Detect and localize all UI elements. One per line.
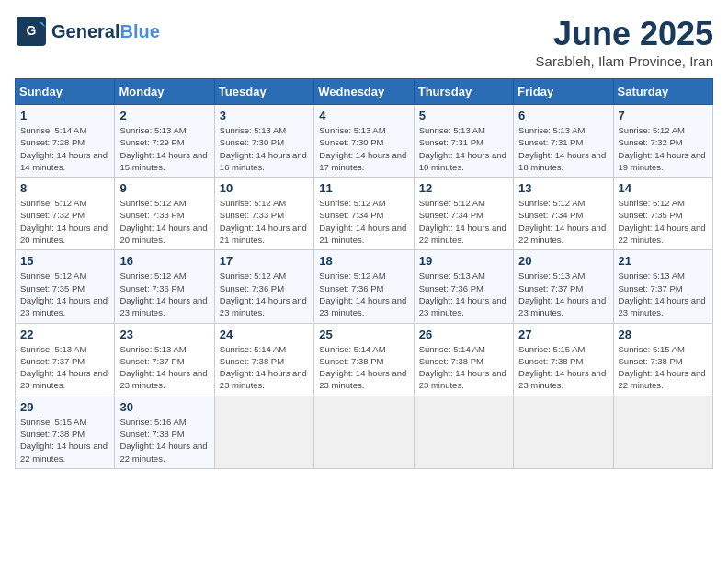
day-30: 30 Sunrise: 5:16 AMSunset: 7:38 PMDaylig… (115, 396, 214, 468)
empty-cell-4 (514, 396, 613, 468)
day-29: 29 Sunrise: 5:15 AMSunset: 7:38 PMDaylig… (16, 396, 115, 468)
calendar-week-5: 29 Sunrise: 5:15 AMSunset: 7:38 PMDaylig… (16, 396, 713, 468)
page-header: G GeneralBlue June 2025 Sarableh, Ilam P… (15, 15, 713, 69)
day-21: 21 Sunrise: 5:13 AMSunset: 7:37 PMDaylig… (613, 250, 712, 323)
day-28: 28 Sunrise: 5:15 AMSunset: 7:38 PMDaylig… (613, 323, 712, 396)
day-26: 26 Sunrise: 5:14 AMSunset: 7:38 PMDaylig… (414, 323, 513, 396)
day-5: 5 Sunrise: 5:13 AMSunset: 7:31 PMDayligh… (414, 105, 513, 178)
title-area: June 2025 Sarableh, Ilam Province, Iran (536, 15, 713, 69)
logo-blue: Blue (119, 21, 159, 41)
header-tuesday: Tuesday (214, 79, 313, 105)
day-16: 16 Sunrise: 5:12 AMSunset: 7:36 PMDaylig… (115, 250, 214, 323)
calendar-week-4: 22 Sunrise: 5:13 AMSunset: 7:37 PMDaylig… (16, 323, 713, 396)
day-6: 6 Sunrise: 5:13 AMSunset: 7:31 PMDayligh… (514, 105, 613, 178)
header-wednesday: Wednesday (314, 79, 414, 105)
calendar-week-3: 15 Sunrise: 5:12 AMSunset: 7:35 PMDaylig… (16, 250, 713, 323)
calendar-week-2: 8 Sunrise: 5:12 AMSunset: 7:32 PMDayligh… (16, 178, 713, 250)
day-11: 11 Sunrise: 5:12 AMSunset: 7:34 PMDaylig… (314, 178, 414, 250)
day-19: 19 Sunrise: 5:13 AMSunset: 7:36 PMDaylig… (414, 250, 513, 323)
header-monday: Monday (115, 79, 214, 105)
day-12: 12 Sunrise: 5:12 AMSunset: 7:34 PMDaylig… (414, 178, 513, 250)
day-25: 25 Sunrise: 5:14 AMSunset: 7:38 PMDaylig… (314, 323, 414, 396)
empty-cell-1 (214, 396, 313, 468)
header-friday: Friday (514, 79, 613, 105)
logo-general: General (51, 21, 119, 41)
location-title: Sarableh, Ilam Province, Iran (536, 53, 713, 69)
day-13: 13 Sunrise: 5:12 AMSunset: 7:34 PMDaylig… (514, 178, 613, 250)
day-24: 24 Sunrise: 5:14 AMSunset: 7:38 PMDaylig… (214, 323, 313, 396)
header-sunday: Sunday (16, 79, 115, 105)
day-7: 7 Sunrise: 5:12 AMSunset: 7:32 PMDayligh… (613, 105, 712, 178)
calendar-table: Sunday Monday Tuesday Wednesday Thursday… (15, 78, 713, 469)
empty-cell-2 (314, 396, 414, 468)
day-15: 15 Sunrise: 5:12 AMSunset: 7:35 PMDaylig… (16, 250, 115, 323)
day-1: 1 Sunrise: 5:14 AMSunset: 7:28 PMDayligh… (16, 105, 115, 178)
month-title: June 2025 (536, 15, 713, 53)
logo-text-area: GeneralBlue (51, 21, 160, 41)
day-23: 23 Sunrise: 5:13 AMSunset: 7:37 PMDaylig… (115, 323, 214, 396)
day-17: 17 Sunrise: 5:12 AMSunset: 7:36 PMDaylig… (214, 250, 313, 323)
day-4: 4 Sunrise: 5:13 AMSunset: 7:30 PMDayligh… (314, 105, 414, 178)
day-9: 9 Sunrise: 5:12 AMSunset: 7:33 PMDayligh… (115, 178, 214, 250)
day-2: 2 Sunrise: 5:13 AMSunset: 7:29 PMDayligh… (115, 105, 214, 178)
day-20: 20 Sunrise: 5:13 AMSunset: 7:37 PMDaylig… (514, 250, 613, 323)
day-10: 10 Sunrise: 5:12 AMSunset: 7:33 PMDaylig… (214, 178, 313, 250)
empty-cell-5 (613, 396, 712, 468)
day-14: 14 Sunrise: 5:12 AMSunset: 7:35 PMDaylig… (613, 178, 712, 250)
weekday-header-row: Sunday Monday Tuesday Wednesday Thursday… (16, 79, 713, 105)
day-3: 3 Sunrise: 5:13 AMSunset: 7:30 PMDayligh… (214, 105, 313, 178)
day-18: 18 Sunrise: 5:12 AMSunset: 7:36 PMDaylig… (314, 250, 414, 323)
svg-text:G: G (27, 23, 37, 38)
logo: G GeneralBlue (15, 15, 160, 48)
logo-icon: G (15, 15, 48, 48)
day-27: 27 Sunrise: 5:15 AMSunset: 7:38 PMDaylig… (514, 323, 613, 396)
header-saturday: Saturday (613, 79, 712, 105)
empty-cell-3 (414, 396, 513, 468)
header-thursday: Thursday (414, 79, 513, 105)
day-8: 8 Sunrise: 5:12 AMSunset: 7:32 PMDayligh… (16, 178, 115, 250)
calendar-week-1: 1 Sunrise: 5:14 AMSunset: 7:28 PMDayligh… (16, 105, 713, 178)
day-22: 22 Sunrise: 5:13 AMSunset: 7:37 PMDaylig… (16, 323, 115, 396)
